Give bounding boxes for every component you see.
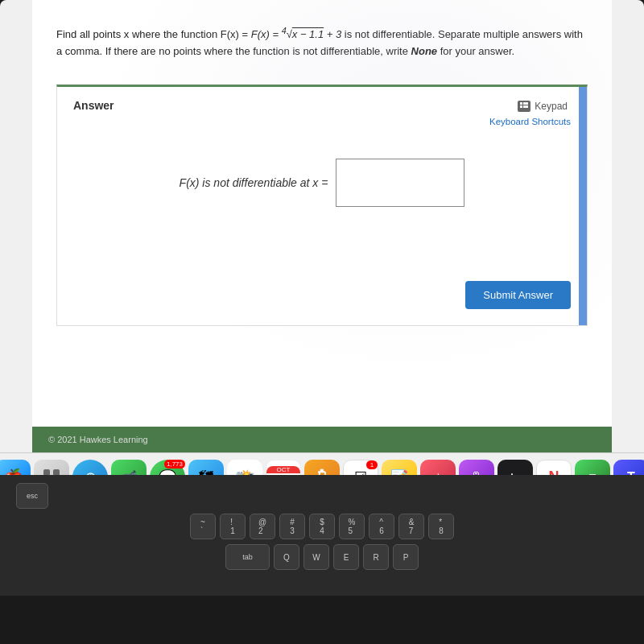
reminders-badge: 1 bbox=[366, 460, 378, 469]
dock-calendar[interactable]: OCT 4 bbox=[266, 460, 301, 476]
none-text: None bbox=[411, 45, 438, 57]
math-function: F(x) = 4√x − 1.1 + 3 bbox=[251, 28, 345, 40]
key-row-3: tab Q W E R P bbox=[16, 544, 628, 570]
svg-rect-2 bbox=[526, 102, 528, 105]
messages-badge: 1,773 bbox=[164, 460, 185, 469]
answer-label: Answer bbox=[73, 99, 114, 112]
key-2[interactable]: @2 bbox=[250, 514, 275, 539]
dock-photos[interactable]: 📸 bbox=[227, 460, 262, 476]
key-5[interactable]: %5 bbox=[339, 514, 365, 539]
key-8[interactable]: *8 bbox=[428, 514, 454, 539]
dock-facetime[interactable]: 📹 bbox=[111, 460, 147, 476]
key-w[interactable]: W bbox=[303, 544, 329, 570]
key-esc[interactable]: esc bbox=[16, 483, 48, 509]
copyright-text: © 2021 Hawkes Learning bbox=[48, 435, 148, 444]
footer-bar: © 2021 Hawkes Learning bbox=[32, 427, 612, 452]
answer-input[interactable] bbox=[336, 159, 464, 207]
svg-rect-3 bbox=[520, 105, 522, 108]
key-tab[interactable]: tab bbox=[225, 544, 270, 570]
dock-safari[interactable]: ⊕ bbox=[72, 460, 108, 476]
math-prompt: F(x) is not differentiable at x = bbox=[180, 176, 328, 189]
dock-finder[interactable]: 🍎 bbox=[0, 460, 31, 476]
key-4[interactable]: $4 bbox=[309, 514, 335, 539]
key-row-2: ~` !1 @2 #3 $4 %5 ^6 &7 *8 bbox=[16, 514, 628, 539]
dock-terminal[interactable]: T bbox=[613, 460, 644, 476]
dock-appletv[interactable]: tv bbox=[497, 460, 533, 476]
math-expression-row: F(x) is not differentiable at x = bbox=[73, 159, 571, 207]
screen: Find all points x where the function F(x… bbox=[0, 0, 644, 475]
content-area: Find all points x where the function F(x… bbox=[32, 0, 612, 427]
question-part1: Find all points x where the function F(x… bbox=[56, 28, 251, 40]
dock-notes[interactable]: 📝 bbox=[382, 460, 417, 476]
keyboard-area: esc ~` !1 @2 #3 $4 %5 ^6 &7 *8 tab Q W E… bbox=[0, 475, 644, 596]
dock-maps[interactable]: 🗺 bbox=[188, 460, 224, 476]
key-6[interactable]: ^6 bbox=[369, 514, 394, 539]
question-part3: for your answer. bbox=[440, 45, 515, 57]
keyboard-shortcuts-link[interactable]: Keyboard Shortcuts bbox=[489, 117, 571, 126]
key-q[interactable]: Q bbox=[274, 544, 299, 570]
svg-rect-7 bbox=[53, 469, 60, 476]
dock-reminders[interactable]: ☑ 1 bbox=[343, 460, 378, 476]
dock: 🍎 ⊕ 📹 💬 1,773 🗺 📸 bbox=[0, 452, 644, 475]
svg-rect-4 bbox=[523, 105, 526, 108]
key-7[interactable]: &7 bbox=[398, 514, 424, 539]
dock-numbers[interactable]: ≡ bbox=[575, 460, 610, 476]
dock-podcasts[interactable]: 🎙 bbox=[459, 460, 494, 476]
dock-launchpad[interactable] bbox=[34, 460, 69, 476]
key-1[interactable]: !1 bbox=[220, 514, 246, 539]
submit-button[interactable]: Submit Answer bbox=[465, 281, 571, 309]
keypad-area: Keypad Keyboard Shortcuts bbox=[489, 99, 571, 126]
svg-rect-0 bbox=[520, 102, 522, 105]
keypad-icon bbox=[518, 101, 530, 112]
svg-rect-6 bbox=[43, 469, 50, 476]
key-3[interactable]: #3 bbox=[279, 514, 305, 539]
keypad-label: Keypad bbox=[535, 101, 568, 112]
svg-rect-1 bbox=[523, 102, 526, 105]
dock-bitcoin[interactable]: ₿ bbox=[304, 460, 340, 476]
key-r[interactable]: R bbox=[363, 544, 389, 570]
sidebar-accent bbox=[579, 87, 587, 325]
answer-section: Answer Key bbox=[56, 85, 588, 326]
key-row-1: esc bbox=[16, 483, 628, 509]
keypad-button[interactable]: Keypad bbox=[514, 99, 571, 114]
dock-messages[interactable]: 💬 1,773 bbox=[150, 460, 185, 476]
dock-news[interactable]: N bbox=[536, 460, 572, 476]
dock-music[interactable]: ♪ bbox=[420, 460, 456, 476]
key-e[interactable]: E bbox=[333, 544, 359, 570]
key-tilde[interactable]: ~` bbox=[190, 514, 216, 539]
answer-header: Answer Key bbox=[73, 99, 571, 126]
question-text: Find all points x where the function F(x… bbox=[56, 16, 588, 68]
key-p[interactable]: P bbox=[393, 544, 419, 570]
svg-rect-5 bbox=[526, 105, 528, 108]
